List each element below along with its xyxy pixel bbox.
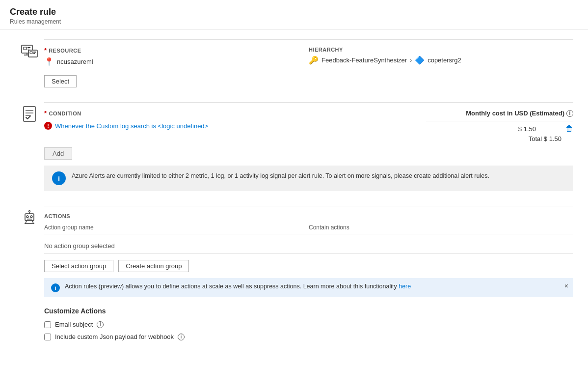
col-contain-actions: Contain actions — [309, 224, 573, 231]
resource-value: 📍 ncusazureml — [44, 57, 309, 70]
resource-grid: * RESOURCE 📍 ncusazureml HIERARCHY 🔑 Fee… — [44, 47, 573, 70]
webhook-payload-info-icon[interactable]: i — [178, 334, 185, 340]
col-action-group-name: Action group name — [44, 224, 309, 231]
banner-close-button[interactable]: × — [564, 282, 568, 290]
svg-point-16 — [30, 216, 32, 218]
webhook-payload-checkbox[interactable] — [44, 334, 51, 340]
hierarchy-value: 🔑 Feedback-FeatureSynthesizer › 🔷 copete… — [309, 56, 573, 65]
resource-section: * RESOURCE 📍 ncusazureml HIERARCHY 🔑 Fee… — [15, 39, 573, 87]
create-action-group-button[interactable]: Create action group — [118, 260, 189, 272]
action-rules-text: Action rules (preview) allows you to def… — [65, 283, 566, 290]
actions-section: ACTIONS Action group name Contain action… — [15, 206, 573, 345]
webhook-payload-label: Include custom Json payload for webhook — [55, 333, 174, 340]
condition-section: * CONDITION ! Whenever the Custom log se… — [15, 102, 573, 191]
actions-icon — [15, 206, 44, 227]
delete-condition-button[interactable]: 🗑 — [565, 124, 573, 133]
no-action-text: No action group selected — [44, 238, 573, 254]
hierarchy-chevron: › — [410, 57, 412, 64]
breadcrumb: Rules management — [10, 18, 578, 25]
required-star: * — [44, 47, 47, 54]
hierarchy-col: HIERARCHY 🔑 Feedback-FeatureSynthesizer … — [309, 47, 573, 70]
resource-purple-icon: 📍 — [44, 57, 54, 66]
resource-body: * RESOURCE 📍 ncusazureml HIERARCHY 🔑 Fee… — [44, 39, 573, 87]
error-icon: ! — [44, 122, 52, 130]
svg-point-19 — [29, 211, 30, 212]
cost-total: Total $ 1.50 — [426, 135, 573, 142]
resource-col: * RESOURCE 📍 ncusazureml — [44, 47, 309, 70]
actions-label: ACTIONS — [44, 213, 573, 219]
resource-icon — [15, 39, 44, 61]
cost-header: Monthly cost in USD (Estimated) i — [426, 110, 573, 117]
actions-body: ACTIONS Action group name Contain action… — [44, 206, 573, 345]
svg-rect-8 — [33, 52, 36, 53]
action-rules-info-icon: i — [51, 283, 60, 292]
cost-info-icon[interactable]: i — [566, 110, 573, 117]
condition-info-banner: i Azure Alerts are currently limited to … — [44, 166, 573, 191]
actions-svg-icon — [20, 208, 39, 227]
svg-line-20 — [26, 221, 27, 224]
required-star-cond: * — [44, 110, 47, 117]
cost-divider — [426, 121, 573, 121]
email-subject-row: Email subject i — [44, 321, 573, 328]
condition-right: Monthly cost in USD (Estimated) i $ 1.50… — [426, 110, 573, 142]
info-text: Azure Alerts are currently limited to ei… — [72, 171, 489, 181]
action-rules-banner: i Action rules (preview) allows you to d… — [44, 278, 573, 297]
condition-row: * CONDITION ! Whenever the Custom log se… — [44, 110, 573, 142]
action-rules-link[interactable]: here — [399, 283, 411, 290]
condition-body: * CONDITION ! Whenever the Custom log se… — [44, 102, 573, 191]
resource-svg-icon — [20, 41, 39, 61]
action-buttons-row: Select action group Create action group — [44, 260, 573, 272]
main-content: * RESOURCE 📍 ncusazureml HIERARCHY 🔑 Fee… — [0, 29, 588, 370]
page-title: Create rule — [10, 7, 578, 17]
hierarchy-resource-icon: 🔷 — [415, 56, 425, 65]
condition-link[interactable]: ! Whenever the Custom log search is <log… — [44, 122, 416, 130]
info-icon: i — [52, 171, 66, 185]
email-subject-info-icon[interactable]: i — [97, 321, 104, 328]
select-resource-button[interactable]: Select — [44, 75, 77, 87]
select-action-group-button[interactable]: Select action group — [44, 260, 113, 272]
condition-left: * CONDITION ! Whenever the Custom log se… — [44, 110, 416, 130]
svg-rect-3 — [27, 49, 29, 50]
email-subject-label: Email subject — [55, 321, 93, 328]
add-condition-button[interactable]: Add — [44, 147, 72, 160]
actions-table-header: Action group name Contain actions — [44, 224, 573, 234]
condition-label: * CONDITION — [44, 110, 416, 117]
page-header: Create rule Rules management — [0, 0, 588, 29]
condition-svg-icon — [20, 104, 39, 124]
condition-icon — [15, 102, 44, 124]
webhook-payload-row: Include custom Json payload for webhook … — [44, 333, 573, 340]
svg-line-21 — [32, 221, 33, 224]
cost-amount: $ 1.50 — [518, 125, 536, 133]
svg-point-15 — [27, 216, 28, 218]
add-btn-row: Add — [44, 147, 573, 160]
customize-actions-title: Customize Actions — [44, 307, 573, 315]
svg-rect-2 — [27, 47, 30, 48]
svg-rect-9 — [33, 53, 35, 54]
hierarchy-label: HIERARCHY — [309, 47, 573, 56]
svg-rect-10 — [24, 107, 35, 121]
cost-value-row: $ 1.50 🗑 — [426, 124, 573, 133]
svg-rect-1 — [24, 47, 27, 50]
hierarchy-key-icon: 🔑 — [309, 56, 319, 65]
resource-label: * RESOURCE — [44, 47, 309, 57]
email-subject-checkbox[interactable] — [44, 321, 51, 328]
